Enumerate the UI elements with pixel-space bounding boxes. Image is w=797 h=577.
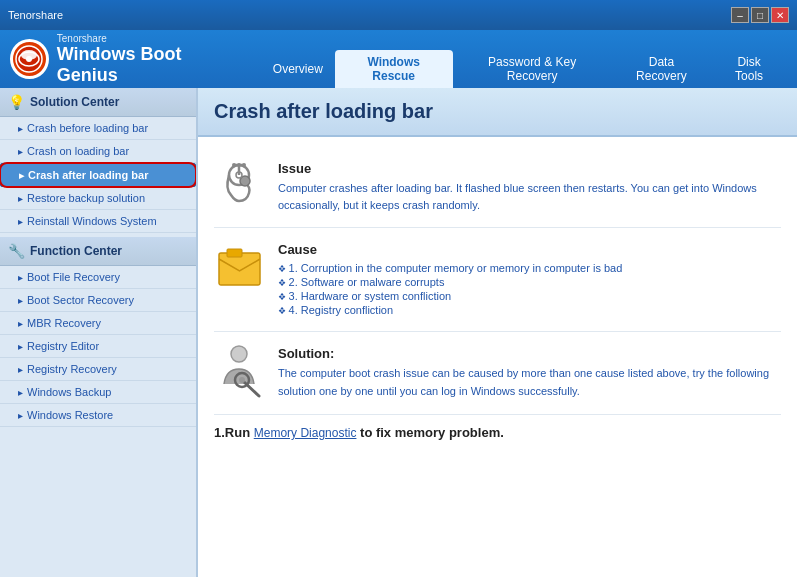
- solution-text-area: Solution: The computer boot crash issue …: [278, 346, 781, 400]
- cause-item-1: 1. Corruption in the computer memory or …: [278, 261, 781, 275]
- close-button[interactable]: ✕: [771, 7, 789, 23]
- bottom-section: 1.Run Memory Diagnostic to fix memory pr…: [214, 415, 781, 450]
- issue-description: Computer crashes after loading bar. It f…: [278, 180, 781, 213]
- app-header: Tenorshare Windows Boot Genius Overview …: [0, 30, 797, 88]
- main-container: 💡 Solution Center Crash before loading b…: [0, 88, 797, 577]
- svg-point-14: [231, 346, 247, 362]
- issue-section: Issue Computer crashes after loading bar…: [214, 147, 781, 228]
- content-body: Issue Computer crashes after loading bar…: [198, 137, 797, 460]
- issue-text-area: Issue Computer crashes after loading bar…: [278, 161, 781, 213]
- sidebar-item-reinstall[interactable]: Reinstall Windows System: [0, 210, 196, 233]
- svg-point-10: [232, 163, 236, 167]
- svg-point-17: [239, 377, 245, 383]
- issue-label: Issue: [278, 161, 781, 176]
- cause-item-4: 4. Registry confliction: [278, 303, 781, 317]
- logo-area: Tenorshare Windows Boot Genius: [10, 33, 241, 86]
- issue-icon: [214, 161, 264, 211]
- cause-section: Cause 1. Corruption in the computer memo…: [214, 228, 781, 332]
- cause-icon: [214, 242, 264, 292]
- sidebar-item-windows-restore[interactable]: Windows Restore: [0, 404, 196, 427]
- tab-disk-tools[interactable]: Disk Tools: [711, 50, 787, 88]
- sidebar-item-boot-file[interactable]: Boot File Recovery: [0, 266, 196, 289]
- app-title: Tenorshare Windows Boot Genius: [57, 33, 241, 86]
- tab-overview[interactable]: Overview: [261, 50, 335, 88]
- sidebar-item-crash-before[interactable]: Crash before loading bar: [0, 117, 196, 140]
- bottom-suffix: to fix memory problem.: [356, 425, 503, 440]
- function-center-header: 🔧 Function Center: [0, 237, 196, 266]
- sidebar-item-restore-backup[interactable]: Restore backup solution: [0, 187, 196, 210]
- cause-item-3: 3. Hardware or system confliction: [278, 289, 781, 303]
- maximize-button[interactable]: □: [751, 7, 769, 23]
- sidebar: 💡 Solution Center Crash before loading b…: [0, 88, 197, 577]
- function-center-icon: 🔧: [8, 243, 25, 259]
- cause-label: Cause: [278, 242, 781, 257]
- sidebar-item-registry-recovery[interactable]: Registry Recovery: [0, 358, 196, 381]
- svg-rect-13: [227, 249, 242, 257]
- tab-data-recovery[interactable]: Data Recovery: [612, 50, 712, 88]
- svg-point-11: [242, 163, 246, 167]
- solution-center-header: 💡 Solution Center: [0, 88, 196, 117]
- tab-windows-rescue[interactable]: Windows Rescue: [335, 50, 453, 88]
- solution-center-icon: 💡: [8, 94, 25, 110]
- content-title: Crash after loading bar: [214, 100, 781, 123]
- sidebar-item-crash-after[interactable]: Crash after loading bar: [0, 163, 196, 187]
- solution-icon: [214, 346, 264, 396]
- cause-text-area: Cause 1. Corruption in the computer memo…: [278, 242, 781, 317]
- title-bar: Tenorshare – □ ✕: [0, 0, 797, 30]
- solution-section: Solution: The computer boot crash issue …: [214, 332, 781, 415]
- sidebar-item-crash-on[interactable]: Crash on loading bar: [0, 140, 196, 163]
- sidebar-item-registry-editor[interactable]: Registry Editor: [0, 335, 196, 358]
- content-area: Crash after loading bar: [197, 88, 797, 577]
- tab-password-recovery[interactable]: Password & Key Recovery: [453, 50, 612, 88]
- app-logo: [10, 39, 49, 79]
- svg-rect-12: [219, 253, 260, 285]
- cause-item-2: 2. Software or malware corrupts: [278, 275, 781, 289]
- content-header: Crash after loading bar: [198, 88, 797, 137]
- cause-list: 1. Corruption in the computer memory or …: [278, 261, 781, 317]
- title-bar-text: Tenorshare: [8, 9, 63, 21]
- minimize-button[interactable]: –: [731, 7, 749, 23]
- svg-point-3: [26, 56, 32, 62]
- bottom-heading: 1.Run: [214, 425, 254, 440]
- sidebar-item-boot-sector[interactable]: Boot Sector Recovery: [0, 289, 196, 312]
- solution-label: Solution:: [278, 346, 781, 361]
- solution-description: The computer boot crash issue can be cau…: [278, 365, 781, 400]
- sidebar-item-windows-backup[interactable]: Windows Backup: [0, 381, 196, 404]
- sidebar-item-mbr[interactable]: MBR Recovery: [0, 312, 196, 335]
- nav-tabs: Overview Windows Rescue Password & Key R…: [261, 30, 787, 88]
- memory-diagnostic-link[interactable]: Memory Diagnostic: [254, 426, 357, 440]
- window-controls: – □ ✕: [731, 7, 789, 23]
